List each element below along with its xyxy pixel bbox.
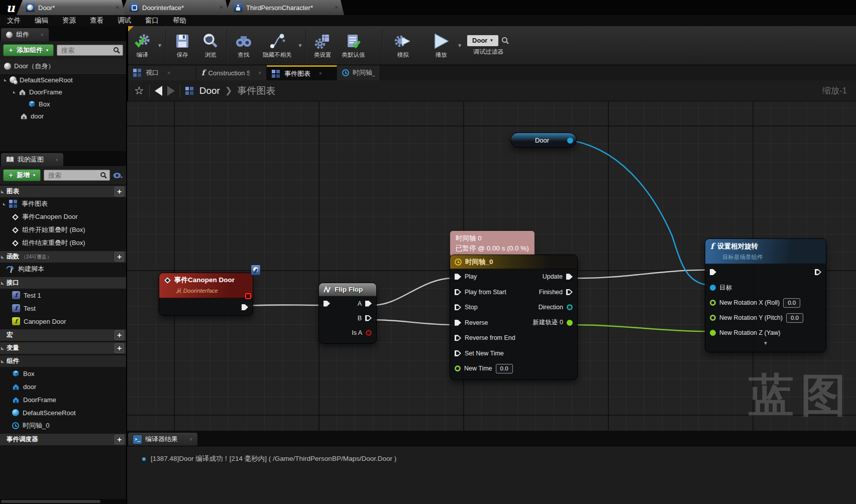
pin-update[interactable]: [566, 274, 573, 280]
node-collapse-arrow[interactable]: ▼: [705, 340, 826, 349]
component-var-row[interactable]: 时间轴_0: [0, 419, 126, 432]
chevron-down-icon[interactable]: ▼: [157, 43, 162, 48]
tree-row-door[interactable]: door: [0, 110, 126, 122]
node-event-canopen-door[interactable]: 事件Canopen Door 从 Doorinterface: [159, 273, 253, 316]
pin-reverse[interactable]: [455, 320, 461, 326]
add-dispatcher-button[interactable]: ＋: [115, 435, 124, 444]
tab-components[interactable]: 组件 ×: [1, 28, 49, 41]
add-macro-button[interactable]: ＋: [115, 330, 124, 340]
pin-door-output[interactable]: [567, 138, 573, 144]
interface-row[interactable]: f Test: [0, 302, 126, 315]
close-icon[interactable]: ×: [258, 70, 261, 76]
component-var-row[interactable]: Box: [0, 367, 126, 380]
components-root-row[interactable]: Door（自身）: [0, 59, 126, 73]
component-var-row[interactable]: door: [0, 380, 126, 393]
rotation-x-value-field[interactable]: 0.0: [783, 298, 800, 308]
tab-event-graph[interactable]: 事件图表 ×: [267, 65, 337, 80]
tree-row-box[interactable]: Box: [0, 98, 126, 110]
simulate-button[interactable]: 模拟: [389, 30, 417, 61]
section-functions[interactable]: 函数 （24可覆盖） ＋: [0, 250, 126, 263]
tree-row-defaultsceneroot[interactable]: DefaultSceneRoot: [0, 74, 126, 86]
back-arrow-icon[interactable]: [155, 86, 162, 96]
menu-asset[interactable]: 资源: [55, 16, 83, 25]
menu-debug[interactable]: 调试: [111, 16, 138, 25]
window-tab-door[interactable]: Door* ×: [17, 0, 125, 15]
close-icon[interactable]: ×: [55, 157, 58, 163]
compile-button[interactable]: 编译: [128, 30, 156, 61]
forward-arrow-icon[interactable]: [167, 86, 175, 96]
debug-object-dropdown[interactable]: Door ▼: [467, 35, 498, 46]
tab-timeline[interactable]: 时间轴_0_Template: [337, 65, 380, 80]
pin-new-time[interactable]: [455, 365, 461, 371]
pin-b-out[interactable]: [365, 315, 372, 321]
close-icon[interactable]: ×: [167, 70, 170, 76]
event-item-row[interactable]: 组件开始重叠时 (Box): [0, 223, 126, 236]
pin-finished[interactable]: [566, 289, 573, 295]
section-macros[interactable]: 宏 ＋: [0, 329, 126, 341]
tab-my-blueprint[interactable]: 我的蓝图 ×: [1, 153, 63, 166]
close-icon[interactable]: ×: [41, 32, 44, 38]
save-button[interactable]: 保存: [168, 30, 196, 61]
close-icon[interactable]: ×: [319, 71, 322, 76]
add-variable-button[interactable]: ＋: [115, 343, 124, 353]
interface-row[interactable]: f Canopen Door: [0, 315, 126, 328]
add-graph-button[interactable]: ＋: [115, 187, 124, 196]
breadcrumb-root[interactable]: Door: [199, 85, 220, 96]
pin-target[interactable]: [710, 285, 716, 291]
add-function-button[interactable]: ＋: [115, 252, 124, 262]
tab-compiler-results[interactable]: >_ 编译器结果 ×: [128, 433, 197, 446]
pin-set-new-time[interactable]: [455, 350, 461, 356]
pin-exec-out[interactable]: [815, 269, 821, 275]
pin-a-out[interactable]: [365, 301, 372, 307]
menu-window[interactable]: 窗口: [138, 16, 166, 25]
section-variables[interactable]: 变量 ＋: [0, 342, 126, 354]
window-tab-doorinterface[interactable]: Doorinterface* ×: [121, 0, 229, 15]
expander-icon[interactable]: [3, 203, 6, 205]
section-event-dispatchers[interactable]: 事件调度器 ＋: [0, 433, 126, 445]
tab-construction-script[interactable]: f Construction Scrip ×: [196, 65, 267, 80]
pin-stop[interactable]: [455, 304, 461, 310]
tree-row-doorframe[interactable]: DoorFrame: [0, 86, 126, 98]
pin-exec-in[interactable]: [324, 301, 330, 307]
browse-button[interactable]: 浏览: [196, 30, 225, 61]
pin-play-from-start[interactable]: [455, 289, 461, 295]
pin-exec-in[interactable]: [710, 269, 716, 275]
pin-exec-out[interactable]: [242, 304, 248, 310]
interface-row[interactable]: f Test 1: [0, 289, 126, 302]
favorite-star-icon[interactable]: ☆: [134, 84, 144, 97]
class-settings-button[interactable]: 类设置: [308, 30, 337, 61]
node-timeline[interactable]: 时间轴_0 Play Play from Start Stop Reverse …: [450, 255, 578, 380]
construction-script-row[interactable]: f 构建脚本: [0, 263, 126, 276]
section-interfaces[interactable]: 接口: [0, 277, 126, 289]
section-component-vars[interactable]: 组件: [0, 355, 126, 367]
debug-search-icon[interactable]: [501, 37, 509, 45]
menu-view[interactable]: 查看: [83, 16, 111, 25]
chevron-down-icon[interactable]: ▼: [297, 43, 302, 48]
menu-help[interactable]: 帮助: [166, 16, 193, 25]
menu-file[interactable]: 文件: [0, 16, 28, 25]
close-icon[interactable]: ×: [189, 437, 192, 442]
component-var-row[interactable]: DefaultSceneRoot: [0, 406, 126, 419]
menu-edit[interactable]: 编辑: [28, 16, 55, 25]
pin-new-rotation-z[interactable]: [710, 330, 716, 336]
visibility-eye-icon[interactable]: [113, 172, 123, 179]
rotation-y-value-field[interactable]: 0.0: [786, 313, 803, 323]
component-var-row[interactable]: DoorFrame: [0, 393, 126, 406]
components-search[interactable]: [57, 45, 123, 56]
chevron-down-icon[interactable]: ▼: [457, 43, 462, 48]
event-item-row[interactable]: 组件结束重叠时 (Box): [0, 236, 126, 249]
scrollbar-thumb[interactable]: [1, 500, 100, 503]
play-button[interactable]: 播放: [426, 30, 456, 61]
horizontal-scrollbar[interactable]: [0, 499, 126, 504]
event-graph-row[interactable]: 事件图表: [0, 197, 126, 210]
new-time-value-field[interactable]: 0.0: [496, 364, 513, 373]
pin-new-rotation-y[interactable]: [710, 315, 716, 321]
add-new-button[interactable]: ＋新增▼: [3, 169, 41, 181]
node-door-getter[interactable]: Door: [510, 133, 577, 148]
section-graphs[interactable]: 图表 ＋: [0, 185, 126, 197]
close-icon[interactable]: ×: [328, 4, 338, 11]
event-item-row[interactable]: 事件Canopen Door: [0, 210, 126, 223]
class-defaults-button[interactable]: 类默认值: [337, 30, 370, 61]
close-icon[interactable]: ×: [109, 4, 119, 11]
pin-play[interactable]: [455, 274, 461, 280]
